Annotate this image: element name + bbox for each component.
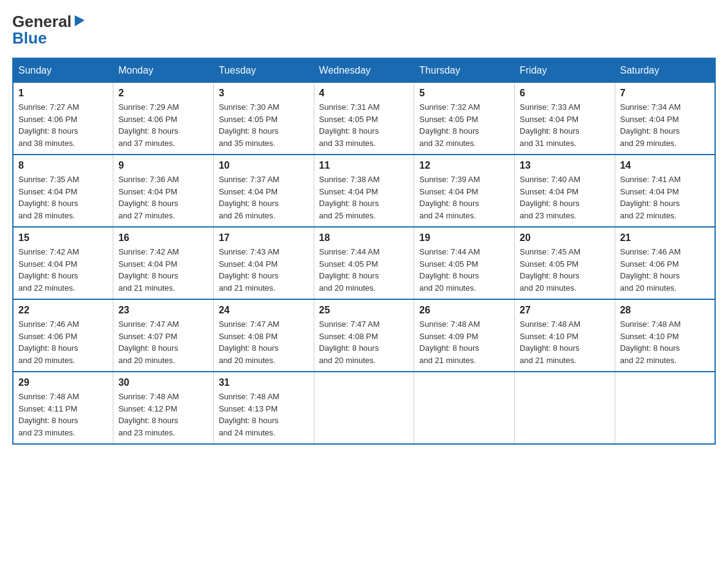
calendar-day-cell: 28 Sunrise: 7:48 AM Sunset: 4:10 PM Dayl… <box>615 299 715 372</box>
day-number: 19 <box>419 232 509 243</box>
calendar-day-cell: 22 Sunrise: 7:46 AM Sunset: 4:06 PM Dayl… <box>13 299 113 372</box>
day-info: Sunrise: 7:47 AM Sunset: 4:07 PM Dayligh… <box>118 320 179 365</box>
day-info: Sunrise: 7:48 AM Sunset: 4:11 PM Dayligh… <box>18 392 79 437</box>
calendar-week-row: 15 Sunrise: 7:42 AM Sunset: 4:04 PM Dayl… <box>13 227 715 299</box>
calendar-day-cell: 31 Sunrise: 7:48 AM Sunset: 4:13 PM Dayl… <box>213 372 314 444</box>
calendar-day-cell: 4 Sunrise: 7:31 AM Sunset: 4:05 PM Dayli… <box>314 83 414 155</box>
logo-arrow-icon <box>72 14 86 28</box>
day-number: 16 <box>118 232 208 243</box>
calendar-day-header: Wednesday <box>314 58 414 83</box>
day-info: Sunrise: 7:27 AM Sunset: 4:06 PM Dayligh… <box>18 102 79 148</box>
day-number: 17 <box>219 232 309 243</box>
day-info: Sunrise: 7:48 AM Sunset: 4:13 PM Dayligh… <box>219 392 279 437</box>
day-number: 15 <box>18 232 108 243</box>
calendar-day-cell: 24 Sunrise: 7:47 AM Sunset: 4:08 PM Dayl… <box>213 299 314 372</box>
day-number: 14 <box>620 160 710 171</box>
day-number: 7 <box>620 88 710 99</box>
calendar-day-header: Sunday <box>13 58 113 83</box>
calendar-day-cell: 16 Sunrise: 7:42 AM Sunset: 4:04 PM Dayl… <box>113 227 214 299</box>
day-info: Sunrise: 7:46 AM Sunset: 4:06 PM Dayligh… <box>620 247 681 293</box>
day-number: 24 <box>219 305 309 316</box>
calendar-day-header: Friday <box>515 58 615 83</box>
day-info: Sunrise: 7:46 AM Sunset: 4:06 PM Dayligh… <box>18 320 79 365</box>
calendar-day-cell <box>414 372 515 444</box>
calendar-day-cell: 2 Sunrise: 7:29 AM Sunset: 4:06 PM Dayli… <box>113 83 214 155</box>
day-info: Sunrise: 7:32 AM Sunset: 4:05 PM Dayligh… <box>419 102 480 148</box>
logo-blue-text: Blue <box>12 29 47 48</box>
calendar-week-row: 29 Sunrise: 7:48 AM Sunset: 4:11 PM Dayl… <box>13 372 715 444</box>
page-header: General Blue <box>12 12 716 48</box>
day-number: 6 <box>520 88 610 99</box>
calendar-day-cell: 19 Sunrise: 7:44 AM Sunset: 4:05 PM Dayl… <box>414 227 515 299</box>
day-info: Sunrise: 7:35 AM Sunset: 4:04 PM Dayligh… <box>18 175 79 220</box>
day-number: 9 <box>118 160 208 171</box>
day-number: 4 <box>319 88 409 99</box>
calendar-day-cell: 1 Sunrise: 7:27 AM Sunset: 4:06 PM Dayli… <box>13 83 113 155</box>
day-info: Sunrise: 7:33 AM Sunset: 4:04 PM Dayligh… <box>520 102 580 148</box>
day-info: Sunrise: 7:43 AM Sunset: 4:04 PM Dayligh… <box>219 247 279 293</box>
calendar-week-row: 22 Sunrise: 7:46 AM Sunset: 4:06 PM Dayl… <box>13 299 715 372</box>
calendar-day-cell: 7 Sunrise: 7:34 AM Sunset: 4:04 PM Dayli… <box>615 83 715 155</box>
day-number: 31 <box>219 377 309 388</box>
day-number: 23 <box>118 305 208 316</box>
day-number: 26 <box>419 305 509 316</box>
calendar-week-row: 1 Sunrise: 7:27 AM Sunset: 4:06 PM Dayli… <box>13 83 715 155</box>
day-info: Sunrise: 7:31 AM Sunset: 4:05 PM Dayligh… <box>319 102 380 148</box>
calendar-day-cell: 17 Sunrise: 7:43 AM Sunset: 4:04 PM Dayl… <box>213 227 314 299</box>
calendar-day-cell: 5 Sunrise: 7:32 AM Sunset: 4:05 PM Dayli… <box>414 83 515 155</box>
calendar-table: SundayMondayTuesdayWednesdayThursdayFrid… <box>12 58 716 445</box>
day-number: 27 <box>520 305 610 316</box>
day-info: Sunrise: 7:48 AM Sunset: 4:12 PM Dayligh… <box>118 392 179 437</box>
day-number: 13 <box>520 160 610 171</box>
day-info: Sunrise: 7:37 AM Sunset: 4:04 PM Dayligh… <box>219 175 279 220</box>
day-info: Sunrise: 7:45 AM Sunset: 4:05 PM Dayligh… <box>520 247 580 293</box>
calendar-day-header: Tuesday <box>213 58 314 83</box>
logo: General Blue <box>12 12 86 48</box>
calendar-day-cell: 10 Sunrise: 7:37 AM Sunset: 4:04 PM Dayl… <box>213 155 314 227</box>
calendar-day-cell: 23 Sunrise: 7:47 AM Sunset: 4:07 PM Dayl… <box>113 299 214 372</box>
calendar-day-header: Saturday <box>615 58 715 83</box>
day-number: 10 <box>219 160 309 171</box>
calendar-day-cell: 26 Sunrise: 7:48 AM Sunset: 4:09 PM Dayl… <box>414 299 515 372</box>
day-info: Sunrise: 7:39 AM Sunset: 4:04 PM Dayligh… <box>419 175 480 220</box>
day-info: Sunrise: 7:38 AM Sunset: 4:04 PM Dayligh… <box>319 175 380 220</box>
day-number: 8 <box>18 160 108 171</box>
day-info: Sunrise: 7:44 AM Sunset: 4:05 PM Dayligh… <box>419 247 480 293</box>
day-number: 12 <box>419 160 509 171</box>
calendar-day-cell: 30 Sunrise: 7:48 AM Sunset: 4:12 PM Dayl… <box>113 372 214 444</box>
day-number: 21 <box>620 232 710 243</box>
calendar-day-cell: 12 Sunrise: 7:39 AM Sunset: 4:04 PM Dayl… <box>414 155 515 227</box>
day-info: Sunrise: 7:48 AM Sunset: 4:10 PM Dayligh… <box>620 320 681 365</box>
day-info: Sunrise: 7:29 AM Sunset: 4:06 PM Dayligh… <box>118 102 179 148</box>
calendar-day-cell: 13 Sunrise: 7:40 AM Sunset: 4:04 PM Dayl… <box>515 155 615 227</box>
day-number: 29 <box>18 377 108 388</box>
svg-marker-0 <box>75 15 85 26</box>
day-info: Sunrise: 7:47 AM Sunset: 4:08 PM Dayligh… <box>319 320 380 365</box>
calendar-day-cell: 6 Sunrise: 7:33 AM Sunset: 4:04 PM Dayli… <box>515 83 615 155</box>
calendar-day-cell: 27 Sunrise: 7:48 AM Sunset: 4:10 PM Dayl… <box>515 299 615 372</box>
calendar-day-cell: 20 Sunrise: 7:45 AM Sunset: 4:05 PM Dayl… <box>515 227 615 299</box>
day-number: 1 <box>18 88 108 99</box>
calendar-day-header: Monday <box>113 58 214 83</box>
day-info: Sunrise: 7:36 AM Sunset: 4:04 PM Dayligh… <box>118 175 179 220</box>
day-info: Sunrise: 7:30 AM Sunset: 4:05 PM Dayligh… <box>219 102 279 148</box>
day-info: Sunrise: 7:48 AM Sunset: 4:09 PM Dayligh… <box>419 320 480 365</box>
day-info: Sunrise: 7:48 AM Sunset: 4:10 PM Dayligh… <box>520 320 580 365</box>
calendar-day-cell: 18 Sunrise: 7:44 AM Sunset: 4:05 PM Dayl… <box>314 227 414 299</box>
calendar-day-cell <box>515 372 615 444</box>
calendar-day-cell: 14 Sunrise: 7:41 AM Sunset: 4:04 PM Dayl… <box>615 155 715 227</box>
day-info: Sunrise: 7:41 AM Sunset: 4:04 PM Dayligh… <box>620 175 681 220</box>
calendar-day-header: Thursday <box>414 58 515 83</box>
day-info: Sunrise: 7:34 AM Sunset: 4:04 PM Dayligh… <box>620 102 681 148</box>
calendar-day-cell: 11 Sunrise: 7:38 AM Sunset: 4:04 PM Dayl… <box>314 155 414 227</box>
day-number: 2 <box>118 88 208 99</box>
calendar-day-cell: 21 Sunrise: 7:46 AM Sunset: 4:06 PM Dayl… <box>615 227 715 299</box>
day-info: Sunrise: 7:47 AM Sunset: 4:08 PM Dayligh… <box>219 320 279 365</box>
calendar-day-cell: 15 Sunrise: 7:42 AM Sunset: 4:04 PM Dayl… <box>13 227 113 299</box>
calendar-header-row: SundayMondayTuesdayWednesdayThursdayFrid… <box>13 58 715 83</box>
calendar-day-cell: 3 Sunrise: 7:30 AM Sunset: 4:05 PM Dayli… <box>213 83 314 155</box>
day-number: 28 <box>620 305 710 316</box>
day-info: Sunrise: 7:42 AM Sunset: 4:04 PM Dayligh… <box>18 247 79 293</box>
day-info: Sunrise: 7:40 AM Sunset: 4:04 PM Dayligh… <box>520 175 580 220</box>
day-number: 5 <box>419 88 509 99</box>
